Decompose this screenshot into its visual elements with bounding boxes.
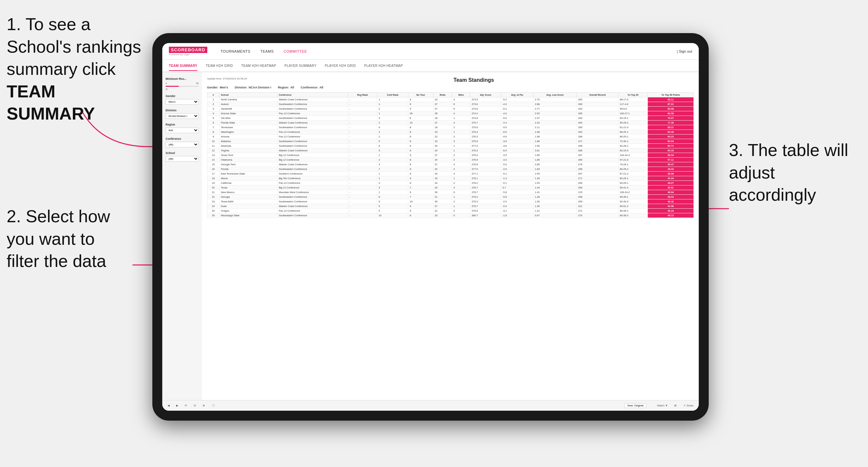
table-cell: Illinois <box>220 176 278 181</box>
tab-team-h2h-heatmap[interactable]: TEAM H2H HEATMAP <box>241 61 276 71</box>
table-cell: -3.8 <box>501 144 533 148</box>
tab-player-h2h-heatmap[interactable]: PLAYER H2H HEATMAP <box>364 61 403 71</box>
table-cell: 55.47 <box>648 162 694 167</box>
sidebar-filters: Minimum Rou... 4 30 ◉ Gender <box>162 72 202 400</box>
table-cell: - <box>348 158 377 162</box>
table-cell: 23 <box>433 176 452 181</box>
table-cell: 278.7 <box>470 185 501 190</box>
table-cell: 9 <box>408 97 433 102</box>
table-cell: - <box>348 116 377 121</box>
table-cell: 10 <box>408 121 433 125</box>
table-cell: -4.0 <box>501 102 533 107</box>
table-cell: 48.84 <box>648 190 694 195</box>
table-cell: 79.27 <box>648 116 694 121</box>
table-cell: 82-28-1 <box>618 144 648 148</box>
table-cell: Oregon <box>220 209 278 213</box>
table-cell: 87.21 <box>648 102 694 107</box>
table-cell: 279.7 <box>470 204 501 209</box>
filter-region-label: Region <box>165 123 199 126</box>
table-cell: 10 <box>207 139 220 144</box>
btn-bookmark[interactable]: ⊡ <box>192 403 198 408</box>
table-cell: 5 <box>377 139 408 144</box>
table-cell: 268 <box>577 148 618 153</box>
table-cell: 80-25-1 <box>618 176 648 181</box>
filter-minimum-rounds: Minimum Rou... 4 30 ◉ <box>165 77 199 90</box>
table-cell: 58.34 <box>648 153 694 158</box>
table-cell: Alabama <box>220 139 278 144</box>
btn-clock[interactable]: 🕐 <box>210 403 217 408</box>
table-cell: 4 <box>377 162 408 167</box>
share-button[interactable]: ↗ Share <box>681 403 695 408</box>
watch-button[interactable]: Watch ▼ <box>655 403 670 408</box>
table-cell: Ole Miss <box>220 116 278 121</box>
table-cell: Southeastern Conference <box>277 167 348 172</box>
table-cell: 23 <box>433 97 452 102</box>
table-cell: 1 <box>452 130 470 134</box>
table-cell: 63-15-1 <box>618 116 648 121</box>
tab-player-summary[interactable]: PLAYER SUMMARY <box>284 61 317 71</box>
filter-conference-label: Conference <box>165 137 199 141</box>
nav-tournaments[interactable]: TOURNAMENTS <box>221 49 250 53</box>
tab-team-h2h-grid[interactable]: TEAM H2H GRID <box>206 61 233 71</box>
filter-school-select[interactable]: (All) <box>165 156 199 162</box>
table-cell: 1.55 <box>533 172 577 176</box>
table-cell: Southeastern Conference <box>277 213 348 218</box>
table-cell: 8 <box>408 139 433 144</box>
table-cell: Florida <box>220 167 278 172</box>
sign-out[interactable]: | Sign out <box>677 49 692 53</box>
filter-conference-select[interactable]: (All) <box>165 142 199 147</box>
table-cell: 90-51-2 <box>618 204 648 209</box>
table-cell: 40.34 <box>648 176 694 181</box>
table-cell: 24 <box>433 148 452 153</box>
table-cell: 23 <box>433 130 452 134</box>
table-cell: 0.7 <box>501 185 533 190</box>
table-cell: 276.3 <box>470 130 501 134</box>
table-cell: 80-25-2 <box>618 167 648 172</box>
standings-table: # School Conference Reg Rank Conf Rank N… <box>207 92 694 218</box>
btn-back[interactable]: ◀ <box>165 403 172 408</box>
filter-gender-label: Gender <box>165 94 199 98</box>
table-cell: 23 <box>433 213 452 218</box>
table-cell: 1 <box>377 172 408 176</box>
table-cell: Florida State <box>220 121 278 125</box>
table-cell: Pac-12 Conference <box>277 134 348 139</box>
table-cell: 273.8 <box>470 107 501 111</box>
table-cell: 8 <box>408 213 433 218</box>
table-cell: 1 <box>377 111 408 116</box>
tab-team-summary[interactable]: TEAM SUMMARY <box>169 61 197 71</box>
table-cell: 221 <box>577 204 618 209</box>
col-wins: Wins <box>452 93 470 97</box>
tab-player-h2h-grid[interactable]: PLAYER H2H GRID <box>325 61 356 71</box>
table-cell: 267 <box>577 153 618 158</box>
table-cell: 20 <box>433 185 452 190</box>
table-cell: North Carolina <box>220 97 278 102</box>
table-cell: - <box>348 162 377 167</box>
table-cell: Texas A&M <box>220 199 278 204</box>
table-cell: Southeastern Conference <box>277 199 348 204</box>
btn-reload[interactable]: ⟳ <box>183 403 189 408</box>
table-cell: 66-40-1 <box>618 209 648 213</box>
table-cell: 2.37 <box>533 116 577 121</box>
btn-forward[interactable]: ▶ <box>174 403 180 408</box>
table-cell: 8 <box>408 144 433 148</box>
table-cell: 278.2 <box>470 181 501 185</box>
col-avg-low: Avg. Low Score <box>533 93 577 97</box>
table-cell: 30 <box>433 199 452 204</box>
slider-track[interactable] <box>165 86 199 87</box>
filter-division-select[interactable]: NCAA Division I <box>165 113 199 119</box>
table-cell: - <box>348 97 377 102</box>
table-cell: 8 <box>408 158 433 162</box>
table-cell: 25 <box>207 209 220 213</box>
table-cell: 9 <box>377 199 408 204</box>
filter-gender-select[interactable]: Men's <box>165 99 199 105</box>
table-cell: 1 <box>452 176 470 181</box>
nav-teams[interactable]: TEAMS <box>260 49 274 53</box>
layout-btn[interactable]: ⊞ <box>672 403 679 408</box>
btn-share-small[interactable]: ⊕ <box>201 403 207 408</box>
table-cell: 68.21 <box>648 125 694 130</box>
nav-committee[interactable]: COMMITTEE <box>284 49 307 53</box>
view-original-button[interactable]: View: Original <box>624 403 646 408</box>
filter-region-select[interactable]: N/A <box>165 127 199 133</box>
table-cell: 60-39-2 <box>618 213 648 218</box>
table-cell: 59-41-4 <box>618 185 648 190</box>
